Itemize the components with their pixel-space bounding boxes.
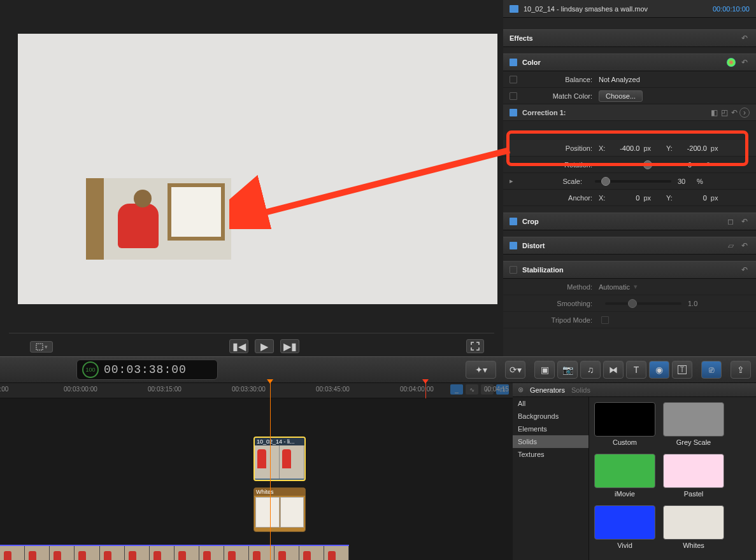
enable-toggle[interactable] — [510, 92, 517, 100]
enable-toggle[interactable] — [510, 218, 517, 225]
central-toolbar: 100 00:03:38:00 ✦▾ ⟳▾ ▣ 📷 ♫ ⧓ T ◉ 🅃 ⎚ ⇪ — [0, 356, 756, 383]
tripod-checkbox[interactable] — [601, 316, 609, 324]
library-button[interactable]: ▣ — [534, 361, 555, 379]
balance-row: Balance: Not Analyzed — [503, 71, 756, 88]
swatch-item[interactable]: Grey Scale — [663, 402, 724, 446]
clip-header: 10_02_14 - lindsay smashes a wall.mov 00… — [503, 0, 756, 18]
enable-toggle[interactable] — [510, 59, 517, 66]
fullscreen-button[interactable] — [466, 339, 484, 353]
swatch-label: Vivid — [594, 542, 655, 549]
scale-row: ▸ Scale: 30 % — [503, 173, 756, 190]
themes-button[interactable]: 🅃 — [672, 361, 692, 379]
disclosure-arrow[interactable]: ▸ — [510, 177, 513, 185]
enable-toggle[interactable] — [510, 76, 517, 83]
browser-breadcrumb: ⊗ Generators Solids — [513, 383, 756, 397]
inspector-button[interactable]: ⎚ — [701, 361, 722, 379]
transitions-button[interactable]: ⧓ — [603, 361, 624, 379]
anchor-row: Anchor: X: 0 px Y: 0 px — [503, 190, 756, 206]
photos-button[interactable]: 📷 — [557, 361, 578, 379]
scale-slider[interactable] — [595, 180, 671, 183]
retime-menu-button[interactable]: ⟳▾ — [505, 361, 525, 379]
swatch-item[interactable]: Whites — [663, 505, 724, 549]
tab-generators[interactable]: Generators — [530, 386, 565, 394]
reset-icon[interactable]: ↶ — [739, 241, 750, 251]
close-icon[interactable]: ⊗ — [518, 386, 524, 394]
swatch-label: Pastel — [663, 490, 724, 498]
viewer-canvas[interactable] — [18, 34, 497, 304]
inspector-panel: 10_02_14 - lindsay smashes a wall.mov 00… — [503, 0, 756, 356]
film-icon — [510, 5, 518, 13]
ruler-tick: 2:45:00 — [0, 386, 8, 393]
svg-rect-0 — [36, 344, 43, 350]
swatch-icon — [663, 505, 724, 540]
skimming-button[interactable]: ⎯ — [450, 384, 463, 395]
tab-solids[interactable]: Solids — [571, 386, 590, 394]
timeline[interactable]: ⎯ ∿ ∩ ⊓ 2:45:0000:03:00:0000:03:15:0000:… — [0, 383, 513, 560]
camera-icon[interactable]: ◰ — [719, 108, 729, 118]
reset-icon[interactable]: ↶ — [739, 265, 750, 275]
correction-row: Correction 1: ◧ ◰ ↶ › — [503, 104, 756, 121]
timeline-clip[interactable]: 10_02_14 - li... — [253, 437, 306, 481]
stabilization-header[interactable]: Stabilization ↶ — [503, 261, 756, 279]
enable-toggle[interactable] — [510, 242, 517, 249]
viewer-clip-preview — [86, 178, 231, 260]
swatch-icon — [663, 402, 724, 437]
category-item[interactable]: Solids — [513, 435, 588, 448]
go-icon[interactable]: › — [739, 108, 750, 118]
swatch-label: Grey Scale — [663, 438, 724, 446]
reset-icon[interactable]: ↶ — [739, 57, 750, 67]
audio-skim-button[interactable]: ∿ — [466, 384, 478, 395]
category-item[interactable]: Elements — [513, 423, 588, 435]
distort-header[interactable]: Distort ▱↶ — [503, 237, 756, 255]
viewer-display-options-button[interactable]: ▾ — [30, 341, 53, 353]
enhance-menu-button[interactable]: ✦▾ — [466, 361, 496, 379]
distort-icon[interactable]: ▱ — [725, 241, 736, 251]
generators-browser: ⊗ Generators Solids AllBackgroundsElemen… — [513, 383, 756, 560]
smoothing-row: Smoothing: 1.0 — [503, 295, 756, 312]
clip-name: 10_02_14 - lindsay smashes a wall.mov — [524, 5, 713, 13]
swatch-icon — [594, 454, 655, 488]
swatch-item[interactable]: Vivid — [594, 505, 655, 549]
next-edit-button[interactable]: ▶▮ — [280, 339, 299, 353]
smoothing-slider[interactable] — [605, 302, 681, 305]
swatch-item[interactable]: iMovie — [594, 454, 655, 498]
annotation-highlight — [506, 130, 748, 166]
swatch-item[interactable]: Custom — [594, 402, 655, 446]
category-item[interactable]: Textures — [513, 448, 588, 461]
primary-storyline[interactable] — [0, 545, 349, 560]
swatch-icon — [663, 454, 724, 488]
prev-edit-button[interactable]: ▮◀ — [229, 339, 248, 353]
crop-header[interactable]: Crop ◻↶ — [503, 213, 756, 230]
effects-header[interactable]: Effects ↶ — [503, 29, 756, 47]
category-item[interactable]: Backgrounds — [513, 410, 588, 423]
reset-icon[interactable]: ↶ — [739, 216, 750, 227]
play-button[interactable]: ▶ — [255, 339, 274, 353]
generators-button[interactable]: ◉ — [649, 361, 669, 379]
ruler-tick: 00:04:00:00 — [400, 386, 434, 393]
music-button[interactable]: ♫ — [580, 361, 601, 379]
swatch-item[interactable]: Pastel — [663, 454, 724, 498]
playhead[interactable] — [270, 383, 271, 560]
time-ruler[interactable]: ⎯ ∿ ∩ ⊓ 2:45:0000:03:00:0000:03:15:0000:… — [0, 383, 513, 398]
share-button[interactable]: ⇪ — [731, 361, 751, 379]
category-list: AllBackgroundsElementsSolidsTextures — [513, 397, 589, 560]
color-board-icon[interactable] — [727, 58, 736, 67]
transport-controls: ▮◀ ▶ ▶▮ — [229, 339, 299, 353]
reset-icon[interactable]: ↶ — [739, 33, 750, 43]
choose-button[interactable]: Choose... — [599, 90, 643, 102]
ruler-tick: 00:03:15:00 — [148, 386, 182, 393]
render-indicator: 100 — [82, 361, 99, 378]
color-header[interactable]: Color ↶ — [503, 53, 756, 71]
method-row: Method: Automatic ▾ — [503, 279, 756, 295]
crop-icon[interactable]: ◻ — [725, 216, 736, 227]
swatch-label: iMovie — [594, 490, 655, 498]
enable-toggle[interactable] — [510, 266, 517, 274]
timeline-generator-clip[interactable]: Whites — [253, 487, 306, 532]
category-item[interactable]: All — [513, 397, 588, 410]
timecode-display[interactable]: 100 00:03:38:00 — [76, 360, 218, 380]
enable-toggle[interactable] — [510, 109, 517, 116]
titles-button[interactable]: T — [626, 361, 646, 379]
timeline-body[interactable]: 10_02_14 - li... Whites — [0, 398, 513, 560]
reset-icon[interactable]: ↶ — [729, 108, 739, 118]
mask-icon[interactable]: ◧ — [709, 108, 719, 118]
